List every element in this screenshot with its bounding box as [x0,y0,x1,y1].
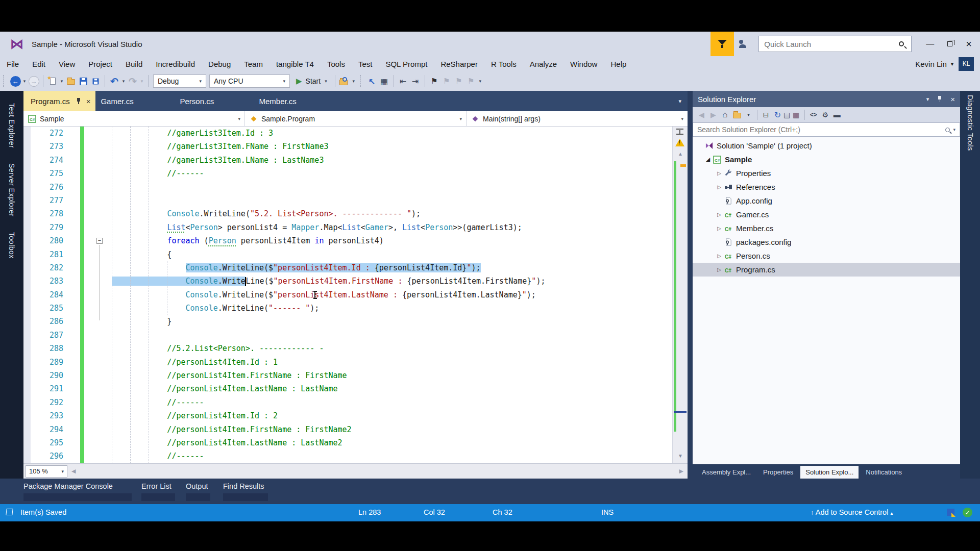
code-line[interactable]: 281 { [23,248,688,261]
menu-item-edit[interactable]: Edit [26,56,52,71]
code-line[interactable]: 290 //personList4Item.FirstName : FirstN… [23,369,688,382]
vertical-scrollbar[interactable]: ▲▼ [672,127,688,463]
menu-item-debug[interactable]: Debug [202,56,237,71]
code-line[interactable]: 277 [23,194,688,207]
fold-margin[interactable] [84,342,112,355]
tab-person-cs[interactable]: Person.cs [175,91,254,111]
back-button[interactable]: ◀ [696,109,707,121]
undo-button[interactable]: ↶ [108,74,120,88]
switch-views-dropdown[interactable]: ▾ [743,109,754,121]
next-bookmark-button[interactable]: ⚑ [453,74,465,88]
tree-item-gamer-cs[interactable]: ▷C#Gamer.cs [693,208,960,221]
refresh-button[interactable]: ↻ [772,109,783,121]
open-file-button[interactable] [65,74,77,88]
close-icon[interactable]: × [950,95,955,104]
hscroll-left-arrow[interactable]: ◀ [67,468,80,474]
fold-margin[interactable] [84,207,112,220]
menu-item-view[interactable]: View [52,56,82,71]
tree-item-sample[interactable]: ◢C#Sample [693,153,960,166]
tree-collapsed-arrow[interactable]: ▷ [715,170,723,176]
navigate-forward-button[interactable]: → [28,74,40,88]
close-icon[interactable]: × [86,97,91,106]
code-line[interactable]: 283 Console.WriteLine($"personList4Item.… [23,274,688,288]
side-tab-diagnostic-tools[interactable]: Diagnostic Tools [966,95,974,151]
previous-bookmark-button[interactable]: ⚑ [440,74,453,88]
fold-margin[interactable] [84,396,112,409]
navbar-dropdown-main-string-args[interactable]: Main(string[] args)▾ [467,111,688,126]
menu-item-tangible-t4[interactable]: tangible T4 [270,56,321,71]
avatar[interactable]: KL [959,57,974,71]
breakpoint-margin[interactable] [23,261,31,274]
fold-margin[interactable] [84,194,112,207]
code-line[interactable]: 284 Console.WriteLine($"personList4Item.… [23,288,688,302]
redo-button[interactable]: ↷ [127,74,139,88]
breakpoint-margin[interactable] [23,207,31,220]
breakpoint-margin[interactable] [23,234,31,247]
bottom-tab-error-list[interactable]: Error List [141,482,172,490]
tab-program-cs[interactable]: Program.cs× [23,91,95,111]
tree-expanded-arrow[interactable]: ◢ [704,156,712,163]
breakpoint-margin[interactable] [23,302,31,315]
warning-icon[interactable] [675,139,684,146]
navigate-back-button[interactable]: ← [9,74,21,88]
code-line[interactable]: 293 //personList4Item.Id : 2 [23,409,688,422]
toolbar-grip[interactable] [360,75,364,87]
panel-tab-properties[interactable]: Properties [758,466,798,479]
menu-item-window[interactable]: Window [564,56,604,71]
scroll-up-arrow[interactable]: ▲ [673,151,688,157]
menu-item-analyze[interactable]: Analyze [523,56,564,71]
properties-button[interactable]: ⚙ [819,109,831,121]
view-code-button[interactable]: <> [807,109,819,121]
breakpoint-margin[interactable] [23,221,31,234]
save-button[interactable] [77,74,89,88]
menu-item-sql-prompt[interactable]: SQL Prompt [379,56,434,71]
block-selection-button[interactable]: ▦ [378,74,390,88]
publish-icon[interactable] [947,509,954,516]
tree-item-references[interactable]: ▷References [693,180,960,194]
code-line[interactable]: 287 [23,329,688,342]
solution-explorer-header[interactable]: Solution Explorer ▾ × [693,91,960,107]
fold-margin[interactable] [84,261,112,274]
bottom-tab-output[interactable]: Output [186,482,208,490]
minimize-button[interactable]: ― [926,40,934,48]
breakpoint-margin[interactable] [23,140,31,153]
fold-margin[interactable] [84,302,112,315]
fold-margin[interactable] [84,288,112,302]
code-line[interactable]: 294 //personList4Item.FirstName : FirstN… [23,423,688,436]
tree-item-packages-config[interactable]: packages.config [693,235,960,249]
code-line[interactable]: 272 //gamerList3Item.Id : 3 [23,127,688,140]
fold-collapse-icon[interactable]: − [96,238,103,244]
fold-margin[interactable] [84,221,112,234]
fold-margin[interactable] [84,127,112,140]
quick-launch-input[interactable] [759,40,899,48]
bottom-tab-find-results[interactable]: Find Results [223,482,264,490]
hscroll-right-arrow[interactable]: ▶ [675,468,688,474]
bottom-tab-package-manager-console[interactable]: Package Manager Console [23,482,113,490]
fold-margin[interactable] [84,449,112,463]
breakpoint-margin[interactable] [23,423,31,436]
code-line[interactable]: 285 Console.WriteLine("------ "); [23,302,688,315]
fold-margin[interactable] [84,423,112,436]
breakpoint-margin[interactable] [23,167,31,180]
code-editor[interactable]: 272 //gamerList3Item.Id : 3273 //gamerLi… [23,127,688,463]
breakpoint-margin[interactable] [23,154,31,167]
menu-item-team[interactable]: Team [237,56,270,71]
code-line[interactable]: 291 //personList4Item.LastName : LastNam… [23,382,688,395]
code-line[interactable]: 289 //personList4Item.Id : 1 [23,356,688,369]
user-dropdown-icon[interactable]: ▾ [951,61,953,67]
code-line[interactable]: 275 //------ [23,167,688,180]
breakpoint-margin[interactable] [23,342,31,355]
new-project-button[interactable] [46,74,59,88]
breakpoint-margin[interactable] [23,329,31,342]
side-tab-server-explorer[interactable]: Server Explorer [8,163,16,217]
breakpoint-margin[interactable] [23,127,31,140]
code-line[interactable]: 280 foreach (Person personList4Item in p… [23,234,688,247]
code-line[interactable]: 273 //gamerList3Item.FName : FirstName3 [23,140,688,153]
toolbar-overflow-dropdown[interactable]: ▾ [477,74,483,88]
toggle-bookmark-button[interactable]: ⚑ [428,74,440,88]
tab-member-cs[interactable]: Member.cs [254,91,333,111]
code-line[interactable]: 279 List<Person> personList4 = Mapper.Ma… [23,221,688,234]
scroll-down-arrow[interactable]: ▼ [673,453,688,459]
tree-item-solution-sample-1-project[interactable]: Solution 'Sample' (1 project) [693,139,960,153]
code-line[interactable]: 276 [23,181,688,194]
